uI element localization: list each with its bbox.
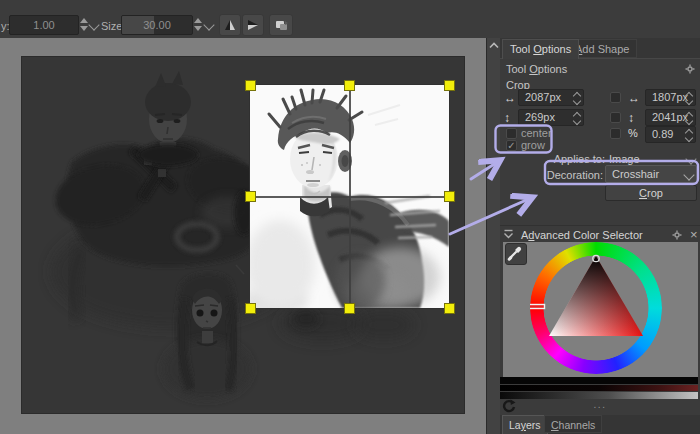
grow-label: grow	[521, 139, 545, 151]
docker-divider	[500, 225, 700, 226]
percent-checkbox[interactable]	[610, 128, 621, 139]
size-spinbox[interactable]: 30.00	[121, 15, 193, 35]
crop-handle-sw[interactable]	[245, 303, 256, 314]
hsv-triangle[interactable]	[530, 242, 662, 374]
x-spin-down-icon[interactable]	[573, 97, 581, 105]
panel-splitter[interactable]	[486, 38, 501, 434]
ring-marker	[530, 305, 545, 309]
crop-handle-nw[interactable]	[245, 80, 256, 91]
decoration-dropdown[interactable]: Crosshair	[605, 165, 697, 183]
applies-to-label: Applies to:	[540, 153, 605, 165]
splitter-dots[interactable]: ...	[586, 399, 614, 410]
opacity-spin-down-icon[interactable]	[80, 26, 88, 31]
width-checkbox[interactable]	[610, 92, 621, 103]
check-icon: ✓	[507, 140, 515, 151]
opacity-spin-up-icon[interactable]	[80, 18, 88, 23]
center-label: center	[521, 127, 552, 139]
eyedropper-button[interactable]	[505, 243, 527, 265]
height-spin-down-icon[interactable]	[685, 117, 693, 125]
color-docker-settings-icon[interactable]	[672, 230, 682, 240]
crop-handle-e[interactable]	[444, 191, 455, 202]
center-checkbox[interactable]	[506, 128, 517, 139]
top-toolbar: y: 1.00 Size: 30.00	[0, 0, 700, 39]
x-position-field[interactable]: 2087px	[518, 89, 584, 106]
collapse-up-icon[interactable]	[489, 41, 499, 50]
mirror-vertical-icon	[246, 18, 260, 32]
eyedropper-icon	[506, 244, 524, 262]
tool-options-header: Tool Options	[506, 63, 567, 75]
wraparound-mode-icon	[274, 18, 289, 32]
decoration-label: Decoration:	[530, 169, 603, 181]
opacity-value: 1.00	[33, 19, 54, 31]
canvas-area[interactable]	[0, 38, 486, 434]
size-spin-up-icon[interactable]	[194, 18, 202, 23]
size-preset-chevron-icon[interactable]	[203, 19, 214, 30]
y-spin-down-icon[interactable]	[573, 117, 581, 125]
height-field[interactable]: 2041px	[645, 109, 696, 126]
size-value: 30.00	[143, 19, 171, 31]
bottom-tabbar: Layers Channels	[500, 415, 700, 434]
percent-spin-down-icon[interactable]	[685, 134, 693, 142]
shade-strip-black[interactable]	[500, 377, 698, 384]
tab-tool-options[interactable]: Tool Options	[502, 39, 579, 59]
y-position-field[interactable]: 269px	[518, 109, 584, 126]
shade-strip-red[interactable]	[500, 385, 698, 391]
width-icon: ↔	[628, 92, 640, 104]
crop-handle-s[interactable]	[344, 303, 355, 314]
refresh-icon[interactable]	[502, 399, 516, 413]
opacity-preset-chevron-icon[interactable]	[88, 19, 99, 30]
close-icon[interactable]: ×	[690, 227, 698, 242]
applies-chevron-icon	[685, 153, 696, 164]
tab-layers[interactable]: Layers	[502, 415, 548, 434]
x-position-icon: ↔	[504, 92, 516, 104]
shade-strip-gray[interactable]	[500, 392, 698, 399]
color-selector-title: Advanced Color Selector	[521, 229, 643, 241]
crop-handle-se[interactable]	[444, 303, 455, 314]
crop-button[interactable]: Crop	[605, 185, 697, 201]
y-position-icon: ↕	[504, 112, 510, 124]
crop-handle-n[interactable]	[344, 80, 355, 91]
decoration-chevron-icon	[683, 169, 694, 180]
wraparound-mode-button[interactable]	[269, 14, 293, 36]
crop-handle-ne[interactable]	[444, 80, 455, 91]
width-spin-down-icon[interactable]	[685, 97, 693, 105]
docker-collapse-icon[interactable]	[503, 229, 514, 240]
width-field[interactable]: 1807px	[645, 89, 696, 106]
height-checkbox[interactable]	[610, 112, 621, 123]
grow-checkbox[interactable]: ✓	[506, 140, 517, 151]
crop-handle-w[interactable]	[245, 191, 256, 202]
panel-tabbar: Tool Options Add Shape	[500, 38, 700, 59]
height-icon: ↕	[628, 112, 634, 124]
mirror-horizontal-button[interactable]	[219, 14, 241, 36]
docker-settings-icon[interactable]	[685, 64, 695, 74]
right-panel: Tool Options Add Shape Tool Options Crop…	[500, 38, 700, 434]
tab-channels[interactable]: Channels	[544, 415, 602, 433]
size-spin-down-icon[interactable]	[194, 26, 202, 31]
opacity-spinbox[interactable]: 1.00	[9, 15, 79, 35]
crosshair-horizontal-line	[250, 196, 449, 198]
mirror-vertical-button[interactable]	[242, 14, 264, 36]
percent-label: %	[628, 127, 638, 139]
mirror-horizontal-icon	[223, 18, 237, 32]
percent-field[interactable]: 0.89	[645, 126, 696, 143]
